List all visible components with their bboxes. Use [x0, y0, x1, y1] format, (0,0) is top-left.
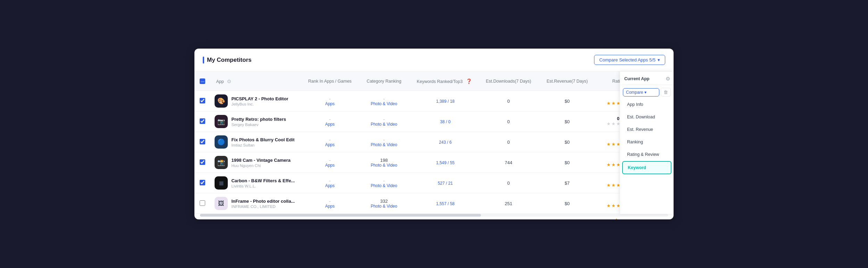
category-sub[interactable]: Photo & Video — [360, 101, 408, 106]
category-sub[interactable]: Photo & Video — [360, 183, 408, 188]
downloads-cell: 0 — [479, 111, 538, 132]
col-downloads-label: Est.Downloads(7 Days) — [486, 79, 531, 84]
downloads-value: 0 — [507, 119, 510, 124]
category-sub[interactable]: Photo & Video — [360, 122, 408, 127]
rank-value: - — [307, 96, 353, 101]
rank-sub[interactable]: Apps — [307, 163, 353, 168]
side-menu-item[interactable]: Rating & Review — [622, 149, 671, 160]
category-sub[interactable]: Photo & Video — [360, 163, 408, 168]
revenue-cell: $0 — [538, 132, 596, 152]
keywords-cell: 1,557 / 58 — [411, 193, 479, 214]
revenue-value: $0 — [565, 160, 569, 165]
col-revenue: Est.Revenue(7 Days) — [538, 72, 596, 91]
rank-cell: -Apps — [303, 132, 356, 152]
side-menu-item[interactable]: Ranking — [622, 136, 671, 148]
rank-cell: -Apps — [303, 152, 356, 173]
col-category: Category Ranking — [357, 72, 411, 91]
row-checkbox[interactable] — [200, 180, 205, 185]
rank-sub[interactable]: Apps — [307, 204, 353, 209]
current-app-label: Current App — [624, 76, 649, 81]
rank-value: - — [307, 137, 353, 142]
app-cell: 🔵 Fix Photos & Blurry Cool Edit Imtiaz S… — [210, 132, 303, 152]
app-cell: ◼ Carbon - B&W Filters & Effe... Livinti… — [210, 173, 303, 193]
row-checkbox[interactable] — [200, 200, 205, 206]
keywords-value[interactable]: 243 / 6 — [439, 140, 452, 145]
keywords-value[interactable]: 1,549 / 55 — [436, 160, 454, 165]
row-checkbox[interactable] — [200, 139, 205, 144]
rank-cell: -Apps — [303, 111, 356, 132]
side-menu-item[interactable]: Est. Download — [622, 111, 671, 123]
app-name: 1998 Cam - Vintage Camera — [231, 158, 290, 163]
side-menu-item[interactable]: Est. Revenue — [622, 124, 671, 135]
rank-sub[interactable]: Apps — [307, 183, 353, 188]
app-name: Carbon - B&W Filters & Effe... — [231, 178, 295, 183]
star-icon: ★ — [611, 142, 616, 147]
keywords-value[interactable]: 1,389 / 18 — [436, 99, 454, 104]
col-downloads: Est.Downloads(7 Days) — [479, 72, 538, 91]
compare-selected-button[interactable]: Compare Selected Apps 5/5 ▾ — [594, 55, 665, 65]
app-developer: JellyBus Inc. — [231, 102, 288, 106]
star-icon: ★ — [611, 121, 616, 126]
app-cell: 📸 1998 Cam - Vintage Camera Huu Nguyen C… — [210, 152, 303, 173]
category-sub[interactable]: Photo & Video — [360, 142, 408, 147]
side-settings-icon[interactable]: ⚙ — [666, 76, 670, 82]
downloads-cell: 744 — [479, 152, 538, 173]
keywords-cell: 1,389 / 18 — [411, 91, 479, 111]
col-keywords: Keywords Ranked/Top3 ❓ — [411, 72, 479, 91]
table-row: 🔵 Fix Photos & Blurry Cool Edit Imtiaz S… — [194, 132, 674, 152]
app-icon: 🎨 — [215, 94, 228, 108]
row-checkbox[interactable] — [200, 118, 205, 124]
app-name: PICSPLAY 2 - Photo Editor — [231, 96, 288, 101]
col-rank-label: Rank In Apps / Games — [308, 79, 352, 84]
dropdown-arrow: ▾ — [644, 90, 646, 95]
keywords-info-icon[interactable]: ❓ — [464, 78, 474, 85]
keywords-cell: 527 / 21 — [411, 173, 479, 193]
horizontal-scrollbar[interactable] — [200, 214, 668, 217]
side-menu-item[interactable]: App Info — [622, 99, 671, 110]
app-info: 🎨 PICSPLAY 2 - Photo Editor JellyBus Inc… — [215, 94, 300, 108]
revenue-value: $0 — [565, 119, 569, 124]
app-info: 🔵 Fix Photos & Blurry Cool Edit Imtiaz S… — [215, 135, 300, 149]
revenue-value: $0 — [565, 140, 569, 145]
star-icon: ★ — [607, 142, 611, 147]
app-icon: 📷 — [215, 115, 228, 128]
keywords-cell: 1,549 / 55 — [411, 152, 479, 173]
star-icon: ★ — [611, 162, 616, 167]
rank-value: - — [307, 117, 353, 122]
category-value: 198 — [360, 158, 408, 163]
keywords-value[interactable]: 527 / 21 — [438, 181, 453, 186]
rank-sub[interactable]: Apps — [307, 122, 353, 127]
app-info: 🖼 InFrame - Photo editor colla... INFRAM… — [215, 197, 300, 210]
col-sort-icon[interactable]: ⊙ — [225, 78, 233, 85]
app-info: 📷 Pretty Retro: photo filters Sergey Bak… — [215, 115, 300, 128]
keywords-value[interactable]: 38 / 0 — [440, 119, 451, 124]
keywords-value[interactable]: 1,557 / 58 — [436, 201, 454, 206]
row-checkbox[interactable] — [200, 98, 205, 103]
revenue-value: $0 — [565, 201, 569, 206]
downloads-value: 0 — [507, 181, 510, 186]
col-category-label: Category Ranking — [367, 79, 401, 84]
rank-sub[interactable]: Apps — [307, 101, 353, 106]
delete-button[interactable]: 🗑 — [661, 88, 671, 97]
category-sub[interactable]: Photo & Video — [360, 204, 408, 209]
compare-dropdown[interactable]: Compare ▾ — [623, 88, 659, 97]
col-revenue-label: Est.Revenue(7 Days) — [546, 79, 588, 84]
compare-action-row: Compare ▾ 🗑 — [620, 85, 674, 98]
row-checkbox[interactable] — [200, 159, 205, 165]
rank-sub[interactable]: Apps — [307, 142, 353, 147]
app-icon: 🔵 — [215, 135, 228, 149]
app-developer: Sergey Bakaev — [231, 123, 286, 127]
side-menu-item[interactable]: Keyword — [622, 161, 671, 174]
title-text: My Competitors — [207, 57, 251, 64]
downloads-cell: 251 — [479, 193, 538, 214]
side-panel-header: Current App ⚙ — [620, 72, 674, 85]
rank-cell: -Apps — [303, 173, 356, 193]
app-name: Fix Photos & Blurry Cool Edit — [231, 137, 294, 142]
col-app: App ⊙ — [210, 72, 303, 91]
page-header: My Competitors Compare Selected Apps 5/5… — [194, 49, 674, 72]
revenue-cell: $7 — [538, 173, 596, 193]
keywords-cell: 243 / 6 — [411, 132, 479, 152]
competitors-table-container: — App ⊙ Rank In Apps / Games Categ — [194, 72, 674, 217]
star-icon: ★ — [611, 101, 616, 106]
select-all-checkbox[interactable]: — — [200, 78, 205, 84]
